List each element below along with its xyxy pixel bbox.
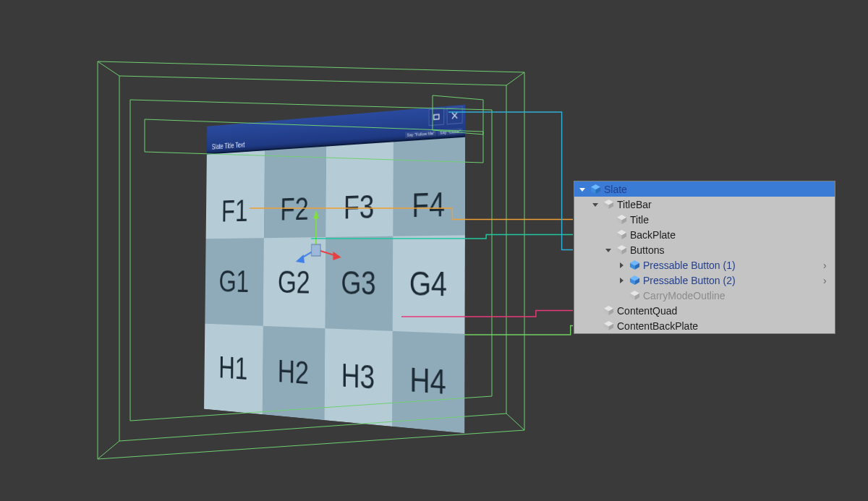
hierarchy-item-backplate[interactable]: BackPlate bbox=[574, 227, 835, 242]
grid-cell: H4 bbox=[392, 331, 465, 433]
gameobject-cube-icon bbox=[616, 214, 627, 225]
svg-rect-0 bbox=[434, 114, 439, 119]
hierarchy-item-label: TitleBar bbox=[617, 199, 832, 210]
hierarchy-item-contentquad[interactable]: ContentQuad bbox=[574, 303, 835, 318]
gameobject-cube-icon bbox=[603, 320, 614, 331]
gameobject-cube-icon bbox=[616, 229, 627, 240]
chevron-down-icon[interactable] bbox=[590, 200, 600, 210]
title-bar: Slate Title Text Say "Follow Me" Say "Cl… bbox=[207, 105, 465, 155]
hierarchy-panel[interactable]: Slate TitleBar Title BackPlate Buttons P… bbox=[574, 181, 835, 334]
svg-marker-2 bbox=[313, 210, 319, 218]
grid-cell: H3 bbox=[325, 328, 393, 427]
grid-cell: H2 bbox=[262, 326, 325, 420]
hierarchy-item-buttons[interactable]: Buttons bbox=[574, 242, 835, 257]
svg-marker-31 bbox=[605, 249, 611, 252]
hierarchy-item-label: Slate bbox=[604, 184, 832, 195]
grid-cell: F3 bbox=[326, 142, 393, 237]
close-hint: Say "Close" bbox=[438, 128, 462, 136]
grid-cell: G1 bbox=[205, 238, 263, 326]
svg-marker-35 bbox=[620, 262, 624, 268]
hierarchy-item-label: BackPlate bbox=[630, 229, 832, 241]
gameobject-cube-icon bbox=[629, 290, 640, 301]
chevron-right-icon[interactable] bbox=[616, 275, 626, 286]
hierarchy-item-label: Pressable Button (1) bbox=[643, 260, 820, 271]
open-prefab-icon[interactable]: › bbox=[823, 275, 832, 286]
chevron-right-icon[interactable] bbox=[616, 260, 626, 270]
hierarchy-item-contentbackplate[interactable]: ContentBackPlate bbox=[574, 318, 835, 333]
hierarchy-item-label: Title bbox=[630, 214, 832, 226]
hierarchy-item-titlebar[interactable]: TitleBar bbox=[574, 197, 835, 212]
transform-gizmo[interactable] bbox=[299, 210, 333, 253]
slate-title-text: Slate Title Text bbox=[212, 141, 245, 151]
follow-button[interactable] bbox=[429, 108, 445, 126]
prefab-cube-icon bbox=[629, 275, 640, 286]
hierarchy-item-pressable-button-2-[interactable]: Pressable Button (2)› bbox=[574, 273, 835, 288]
hierarchy-item-label: Buttons bbox=[630, 244, 832, 256]
prefab-cube-icon bbox=[629, 260, 640, 270]
chevron-down-icon[interactable] bbox=[603, 245, 613, 255]
grid-cell: G3 bbox=[325, 236, 392, 331]
chevron-down-icon[interactable] bbox=[577, 184, 587, 194]
hierarchy-item-label: ContentQuad bbox=[617, 305, 832, 317]
hierarchy-item-slate[interactable]: Slate bbox=[574, 181, 835, 197]
hierarchy-item-label: ContentBackPlate bbox=[617, 320, 832, 332]
svg-marker-39 bbox=[620, 278, 624, 283]
hierarchy-item-label: Pressable Button (2) bbox=[643, 275, 820, 286]
svg-marker-17 bbox=[579, 188, 585, 192]
gameobject-cube-icon bbox=[603, 305, 614, 316]
grid-cell: H1 bbox=[204, 324, 263, 415]
grid-cell: F4 bbox=[393, 137, 465, 236]
open-prefab-icon[interactable]: › bbox=[823, 260, 832, 271]
grid-cell: G4 bbox=[392, 235, 465, 334]
slate-panel: F1 F2 F3 F4 G1 G2 G3 G4 H1 H2 H3 H4 Slat… bbox=[204, 105, 465, 434]
slate-object[interactable]: F1 F2 F3 F4 G1 G2 G3 G4 H1 H2 H3 H4 Slat… bbox=[204, 105, 465, 434]
hierarchy-item-title[interactable]: Title bbox=[574, 212, 835, 227]
close-button[interactable] bbox=[447, 106, 463, 124]
gameobject-cube-icon bbox=[616, 244, 627, 255]
title-bar-buttons bbox=[429, 106, 463, 126]
grid-cell: F1 bbox=[206, 150, 265, 239]
follow-hint: Say "Follow Me" bbox=[405, 130, 437, 138]
svg-marker-21 bbox=[592, 203, 598, 207]
prefab-cube-icon bbox=[590, 184, 601, 194]
hierarchy-item-pressable-button-1-[interactable]: Pressable Button (1)› bbox=[574, 257, 835, 273]
gameobject-cube-icon bbox=[603, 199, 614, 210]
svg-rect-7 bbox=[311, 244, 320, 256]
hierarchy-item-label: CarryModeOutline bbox=[643, 290, 832, 301]
hierarchy-item-carrymodeoutline[interactable]: CarryModeOutline bbox=[574, 288, 835, 303]
svg-marker-4 bbox=[333, 252, 341, 260]
content-quad: F1 F2 F3 F4 G1 G2 G3 G4 H1 H2 H3 H4 bbox=[204, 137, 465, 434]
